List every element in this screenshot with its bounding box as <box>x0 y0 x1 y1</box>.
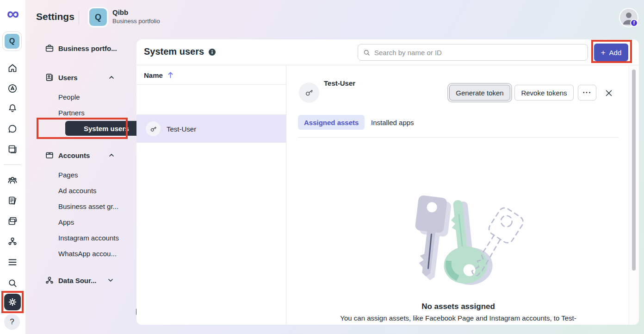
tab-installed-apps[interactable]: Installed apps <box>371 115 414 130</box>
assets-rail-icon[interactable] <box>7 236 18 247</box>
key-icon <box>303 87 315 98</box>
generate-token-button[interactable]: Generate token <box>449 85 510 101</box>
icon-rail: ∞ Q <box>0 0 25 334</box>
detail-scrollbar[interactable] <box>632 69 636 271</box>
plus-icon: + <box>601 49 606 57</box>
rail-business-avatar[interactable]: Q <box>2 32 22 51</box>
system-users-list: Name Test-User <box>136 66 286 325</box>
close-icon <box>604 88 613 98</box>
sidebar-section-users[interactable]: Users <box>44 72 78 83</box>
more-options-button[interactable]: ··· <box>578 85 596 101</box>
empty-state-description: You can assign assets, like Facebook Pag… <box>298 314 619 322</box>
content-icon[interactable] <box>7 144 18 155</box>
table-row[interactable]: Test-User <box>136 115 286 143</box>
sidebar-section-label: Users <box>58 74 78 82</box>
revoke-tokens-button[interactable]: Revoke tokens <box>514 85 574 101</box>
rail-business-avatar-initial: Q <box>5 34 19 49</box>
name-column-header[interactable]: Name <box>136 66 286 85</box>
row-name: Test-User <box>167 125 196 133</box>
detail-user-name: Test-User <box>324 79 355 87</box>
data-sources-icon <box>44 275 55 285</box>
pages-rail-icon[interactable] <box>7 195 18 206</box>
all-tools-icon[interactable] <box>7 257 18 268</box>
ads-manager-icon[interactable] <box>7 215 18 227</box>
help-icon[interactable]: ? <box>4 314 20 330</box>
keys-illustration <box>389 185 527 290</box>
sidebar-item-ad-accounts[interactable]: Ad accounts <box>58 185 97 196</box>
add-button[interactable]: + Add <box>594 44 628 61</box>
info-icon[interactable] <box>209 49 216 56</box>
sidebar-section-label: Data Sour... <box>58 277 97 284</box>
accounts-section-icon <box>44 150 55 160</box>
chevron-up-icon[interactable] <box>108 74 115 81</box>
sidebar-item-people[interactable]: People <box>58 91 80 102</box>
search-input[interactable] <box>374 49 583 57</box>
system-user-detail: Test-User Generate token Revoke tokens ·… <box>287 66 639 325</box>
facebook-badge-icon: f <box>630 19 638 27</box>
sidebar-item-partners[interactable]: Partners <box>58 107 85 118</box>
search-rail-icon[interactable] <box>7 277 18 289</box>
rail-divider <box>4 164 21 165</box>
key-icon <box>149 125 158 133</box>
sidebar-item-pages[interactable]: Pages <box>58 169 78 180</box>
boost-icon[interactable] <box>7 83 18 94</box>
sort-ascending-icon <box>167 71 174 79</box>
people-rail-icon[interactable] <box>7 175 18 186</box>
close-detail-button[interactable] <box>604 87 616 99</box>
panel-header: System users + Add <box>136 39 639 65</box>
inbox-icon[interactable] <box>7 123 18 134</box>
sidebar-section-accounts[interactable]: Accounts <box>44 150 90 161</box>
sidebar-item-label: Business portfo... <box>58 44 117 52</box>
home-icon[interactable] <box>7 63 18 74</box>
chevron-down-icon[interactable] <box>107 277 114 284</box>
tabs-divider <box>298 137 619 138</box>
detail-scroll-track[interactable] <box>629 66 639 325</box>
search-icon <box>363 49 371 57</box>
empty-state-title: No assets assigned <box>298 302 619 311</box>
tab-assigned-assets[interactable]: Assigned assets <box>298 115 365 130</box>
sidebar-section-data-sources[interactable]: Data Sour... <box>44 275 97 286</box>
sidebar-item-apps[interactable]: Apps <box>58 216 74 227</box>
sidebar-item-business-asset-groups[interactable]: Business asset gr... <box>58 201 118 212</box>
settings-icon[interactable] <box>4 294 21 310</box>
briefcase-icon <box>44 43 55 53</box>
system-user-avatar <box>146 121 161 136</box>
sidebar-item-whatsapp-accounts[interactable]: WhatsApp accou... <box>58 248 117 259</box>
users-section-icon <box>44 72 55 82</box>
sidebar-item-instagram-accounts[interactable]: Instagram accounts <box>58 232 119 243</box>
settings-sidebar: Business portfo... Users People Partners… <box>25 0 136 334</box>
chevron-up-icon[interactable] <box>108 151 115 159</box>
system-users-panel: System users + Add Name <box>136 39 639 325</box>
sidebar-section-label: Accounts <box>58 151 90 159</box>
notifications-icon[interactable] <box>7 103 18 114</box>
meta-logo-icon[interactable]: ∞ <box>4 4 22 24</box>
detail-avatar <box>299 82 319 103</box>
empty-list-row <box>136 85 286 115</box>
sidebar-item-business-portfolio[interactable]: Business portfo... <box>44 43 117 54</box>
search-field[interactable] <box>358 44 588 61</box>
section-title: System users <box>144 46 204 57</box>
